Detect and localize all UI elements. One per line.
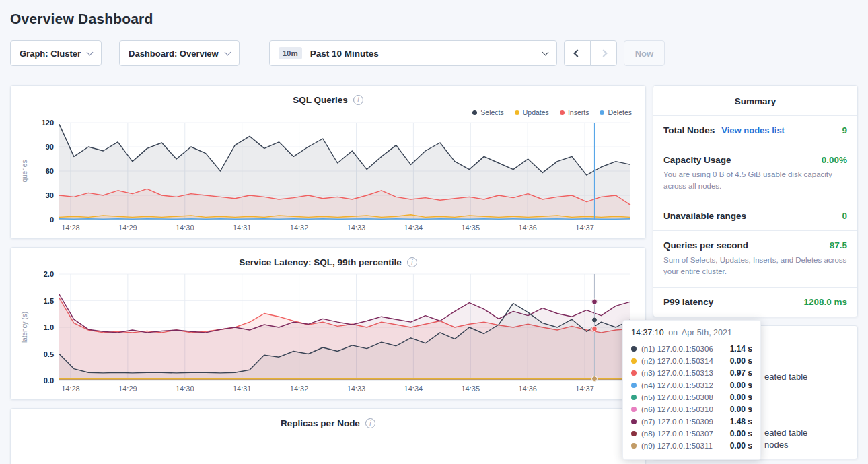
node-label: (n6) 127.0.0.1:50310 xyxy=(641,405,713,413)
event-item-text[interactable]: eated table xyxy=(764,428,807,438)
total-nodes-value: 9 xyxy=(842,125,847,135)
node-color-dot xyxy=(631,383,637,388)
time-range-badge: 10m xyxy=(279,47,302,59)
chevron-left-icon xyxy=(573,49,581,57)
dashboard-dropdown[interactable]: Dashboard: Overview xyxy=(119,40,240,66)
page-title: Overview Dashboard xyxy=(10,0,858,27)
summary-title: Summary xyxy=(653,86,857,115)
tooltip-node-row: (n4) 127.0.0.1:503120.00 s xyxy=(631,379,752,391)
tooltip-date: Apr 5th, 2021 xyxy=(682,328,732,337)
info-icon[interactable]: i xyxy=(353,95,363,105)
legend-item[interactable]: Selects xyxy=(472,108,503,117)
tooltip-on-word: on xyxy=(668,328,678,337)
node-label: (n7) 127.0.0.1:50309 xyxy=(641,418,713,426)
svg-text:0: 0 xyxy=(50,216,54,224)
svg-text:14:29: 14:29 xyxy=(118,224,137,232)
node-latency-value: 0.97 s xyxy=(730,368,752,378)
summary-queries-per-second: Queries per second 87.5 Sum of Selects, … xyxy=(653,230,857,286)
legend-label: Selects xyxy=(480,108,503,117)
svg-text:14:29: 14:29 xyxy=(118,385,137,393)
next-range-button[interactable] xyxy=(590,40,617,66)
node-label: (n1) 127.0.0.1:50306 xyxy=(641,345,713,353)
node-label: (n8) 127.0.0.1:50307 xyxy=(641,430,713,438)
node-latency-value: 0.00 s xyxy=(730,356,752,366)
summary-panel: Summary Total Nodes View nodes list 9 Ca… xyxy=(653,85,858,317)
summary-total-nodes: Total Nodes View nodes list 9 xyxy=(653,115,857,145)
legend-item[interactable]: Inserts xyxy=(560,108,589,117)
svg-text:14:33: 14:33 xyxy=(347,224,366,232)
chart-header: SQL Queriesi xyxy=(19,92,637,106)
summary-p99-latency: P99 latency 1208.0 ms xyxy=(653,287,857,317)
node-latency-value: 0.00 s xyxy=(730,380,752,390)
node-label: (n2) 127.0.0.1:50314 xyxy=(641,357,713,365)
svg-text:14:34: 14:34 xyxy=(404,385,423,393)
svg-text:14:30: 14:30 xyxy=(176,224,194,232)
chart-hover-tooltip: 14:37:10 on Apr 5th, 2021 (n1) 127.0.0.1… xyxy=(622,320,761,460)
node-latency-value: 1.48 s xyxy=(730,417,752,426)
svg-text:60: 60 xyxy=(46,167,54,175)
tooltip-node-row: (n9) 127.0.0.1:503110.00 s xyxy=(631,440,752,452)
time-range-arrows xyxy=(564,40,617,66)
overview-dashboard-page: Overview Dashboard Graph: Cluster Dashbo… xyxy=(0,0,868,464)
tooltip-node-row: (n6) 127.0.0.1:503100.00 s xyxy=(631,403,752,416)
node-color-dot xyxy=(631,395,637,400)
svg-text:0.5: 0.5 xyxy=(44,350,54,358)
event-item-text[interactable]: eated table xyxy=(764,372,807,382)
legend-dot-icon xyxy=(600,110,604,115)
svg-text:14:32: 14:32 xyxy=(290,224,309,232)
svg-text:latency (s): latency (s) xyxy=(21,312,28,343)
unavailable-ranges-value: 0 xyxy=(842,211,847,221)
chart-plot-sql-queries[interactable]: 030609012014:2814:2914:3014:3114:3214:33… xyxy=(19,117,639,236)
svg-text:0.0: 0.0 xyxy=(44,376,54,385)
chart-panel-service-latency: Service Latency: SQL, 99th percentilei0.… xyxy=(10,247,646,400)
legend-item[interactable]: Deletes xyxy=(600,108,632,117)
toolbar: Graph: Cluster Dashboard: Overview 10m P… xyxy=(10,40,858,66)
chart-title: Replicas per Node xyxy=(281,418,360,428)
capacity-usage-description: You are using 0 B of 4.5 GiB usable disk… xyxy=(663,169,847,191)
node-label: (n5) 127.0.0.1:50308 xyxy=(641,393,713,401)
view-nodes-list-link[interactable]: View nodes list xyxy=(721,125,785,135)
svg-text:14:34: 14:34 xyxy=(404,224,423,232)
chart-plot-service-latency[interactable]: 0.00.51.01.52.014:2814:2914:3014:3114:32… xyxy=(19,269,639,397)
qps-label: Queries per second xyxy=(663,240,748,251)
tooltip-node-row: (n1) 127.0.0.1:503061.14 s xyxy=(631,343,752,355)
legend-item[interactable]: Updates xyxy=(515,108,549,117)
svg-text:14:32: 14:32 xyxy=(290,385,309,393)
chart-header: Service Latency: SQL, 99th percentilei xyxy=(19,255,637,269)
event-item-text[interactable]: nodes xyxy=(764,440,788,450)
p99-latency-value: 1208.0 ms xyxy=(803,297,847,307)
chart-panel-sql-queries: SQL QueriesiSelectsUpdatesInsertsDeletes… xyxy=(10,85,646,239)
prev-range-button[interactable] xyxy=(564,40,591,66)
svg-text:14:31: 14:31 xyxy=(233,385,252,393)
svg-text:14:33: 14:33 xyxy=(347,385,366,393)
dashboard-dropdown-label: Dashboard: Overview xyxy=(129,48,219,59)
chart-title: Service Latency: SQL, 99th percentile xyxy=(239,257,402,267)
tooltip-node-row: (n8) 127.0.0.1:503070.00 s xyxy=(631,428,752,440)
node-color-dot xyxy=(631,443,637,449)
legend-dot-icon xyxy=(472,110,477,115)
svg-text:queries: queries xyxy=(21,160,28,183)
svg-text:14:37: 14:37 xyxy=(575,385,594,393)
p99-latency-label: P99 latency xyxy=(663,297,713,307)
legend-label: Deletes xyxy=(608,108,632,117)
info-icon[interactable]: i xyxy=(407,257,417,267)
now-button[interactable]: Now xyxy=(624,40,665,66)
total-nodes-label: Total Nodes xyxy=(663,125,715,135)
graph-dropdown[interactable]: Graph: Cluster xyxy=(10,40,102,66)
summary-unavailable-ranges: Unavailable ranges 0 xyxy=(653,201,857,230)
chevron-down-icon xyxy=(542,48,548,55)
svg-text:2.0: 2.0 xyxy=(44,270,54,278)
info-icon[interactable]: i xyxy=(365,418,375,428)
time-range-selector[interactable]: 10m Past 10 Minutes xyxy=(269,40,557,66)
time-range-label: Past 10 Minutes xyxy=(310,48,379,59)
node-latency-value: 0.00 s xyxy=(730,393,752,402)
svg-text:14:35: 14:35 xyxy=(462,224,480,232)
node-color-dot xyxy=(631,370,637,376)
node-color-dot xyxy=(631,419,637,424)
node-latency-value: 0.00 s xyxy=(730,405,752,414)
legend-label: Inserts xyxy=(568,108,589,117)
chart-panel-replicas-per-node: Replicas per Nodei xyxy=(10,408,646,464)
tooltip-node-row: (n2) 127.0.0.1:503140.00 s xyxy=(631,355,752,367)
svg-text:14:28: 14:28 xyxy=(61,224,80,232)
chevron-down-icon xyxy=(87,48,94,55)
